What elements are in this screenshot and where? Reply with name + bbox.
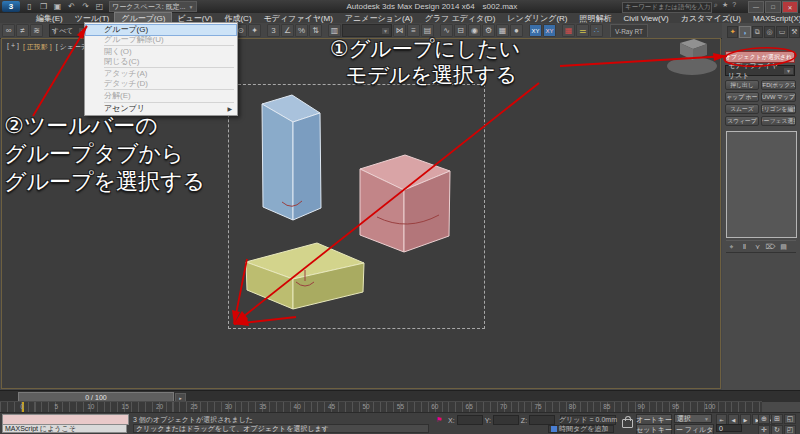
pan-icon[interactable]: ✛: [758, 425, 770, 434]
max-logo-icon[interactable]: 3: [2, 1, 20, 12]
state-sets-yellow-icon[interactable]: ⚌: [576, 24, 589, 37]
zoom-extents-icon[interactable]: ◱: [784, 414, 796, 424]
search-box[interactable]: キーワードまたは語句を入力: [622, 2, 712, 13]
menubar-item-0[interactable]: 編集(E): [30, 13, 69, 23]
isolate-selection-icon[interactable]: ⚑: [436, 416, 444, 424]
save-file-icon[interactable]: ▣: [52, 2, 63, 12]
menubar-item-5[interactable]: モディファイヤ(M): [258, 13, 339, 23]
modifier-button-5[interactable]: ポリゴンを編集: [761, 104, 796, 114]
command-panel: ✦◗⧉◎▭⚒ 3個のオブジェクトが選択されました モディファイヤ リスト ▼ 押…: [722, 23, 800, 412]
tab-display[interactable]: ▭: [776, 26, 787, 38]
modifier-button-6[interactable]: スウィープ: [725, 116, 759, 126]
modifier-list-label: モディファイヤ リスト: [728, 61, 784, 81]
percent-snap-icon[interactable]: %: [295, 24, 308, 37]
spinner-snap-icon[interactable]: ⇅: [309, 24, 322, 37]
tab-motion[interactable]: ◎: [764, 26, 775, 38]
key-selection-set-dropdown[interactable]: 選択 ▼: [674, 414, 712, 423]
group-menu-item-9: 分解(E): [86, 91, 236, 101]
unlink-icon[interactable]: ≠: [16, 24, 29, 37]
undo-icon[interactable]: ↶: [66, 2, 77, 12]
angle-snap-icon[interactable]: ∠: [281, 24, 294, 37]
menubar-item-7[interactable]: グラフ エディタ(D): [419, 13, 502, 23]
minimize-button[interactable]: ―: [748, 1, 764, 13]
modifier-button-1[interactable]: FFD(ボックス): [761, 80, 796, 90]
isolate-blue-icon[interactable]: ∴: [590, 24, 603, 37]
coord-x-label: X:: [448, 417, 455, 424]
key-selection-set-value: 選択: [677, 414, 691, 424]
ruler-tick-label: 5: [55, 403, 59, 410]
ruler-tick-label: 50: [362, 403, 369, 410]
key-filters-button[interactable]: キー フィルタ...: [674, 424, 714, 434]
coord-z-field[interactable]: [529, 415, 555, 425]
maximize-button[interactable]: □: [765, 1, 781, 13]
menubar-item-6[interactable]: アニメーション(A): [339, 13, 419, 23]
tab-utilities[interactable]: ⚒: [789, 26, 800, 38]
axis-constraint-x-icon[interactable]: XY: [529, 24, 542, 37]
coord-z-label: Z:: [521, 417, 527, 424]
search-input[interactable]: キーワードまたは語句を入力: [623, 3, 711, 12]
workspace-dropdown[interactable]: ワークスペース: 既定... ▼: [109, 1, 197, 12]
tab-create[interactable]: ✦: [727, 26, 738, 38]
zoom-all-icon[interactable]: ⊞: [771, 414, 783, 424]
select-manipulate-icon[interactable]: ✦: [248, 24, 261, 37]
show-end-result-icon[interactable]: Ⅱ: [739, 242, 750, 251]
open-file-icon[interactable]: ❒: [38, 2, 49, 12]
current-frame-field[interactable]: 0: [716, 424, 742, 432]
snap-3d-icon[interactable]: 3: [267, 24, 280, 37]
new-file-icon[interactable]: ▯: [24, 2, 35, 12]
selection-filter-dropdown[interactable]: すべて▼: [49, 24, 89, 37]
modifier-button-0[interactable]: 押し出し: [725, 80, 759, 90]
modifier-list-dropdown[interactable]: モディファイヤ リスト ▼: [725, 65, 795, 76]
chevron-down-icon: ▼: [704, 416, 709, 422]
menubar-item-10[interactable]: Civil View(V): [618, 13, 675, 23]
pin-stack-icon[interactable]: ⌖: [726, 242, 737, 251]
modifier-stack-list[interactable]: [726, 131, 797, 238]
tab-hierarchy[interactable]: ⧉: [752, 26, 763, 38]
tab-modify[interactable]: ◗: [739, 26, 750, 38]
viewport-menu-plus[interactable]: [ + ]: [7, 42, 19, 52]
coord-y-field[interactable]: [493, 415, 519, 425]
group-menu-item-1: グループ解除(U): [86, 35, 236, 45]
close-button[interactable]: ✕: [782, 1, 798, 13]
selection-lock-icon[interactable]: [622, 419, 633, 428]
help-icon[interactable]: ?: [732, 1, 736, 9]
transform-type-in: X: Y: Z:: [448, 415, 555, 425]
menubar-item-11[interactable]: カスタマイズ(U): [675, 13, 747, 23]
zoom-icon[interactable]: ⊕: [758, 414, 770, 424]
ruler-tick-label: 70: [500, 403, 507, 410]
orbit-icon[interactable]: ↻: [771, 425, 783, 434]
modifier-button-4[interactable]: スムーズ: [725, 104, 759, 114]
menubar-item-12[interactable]: MAXScript(X): [747, 13, 800, 23]
modifier-button-3[interactable]: UVW マップ: [761, 92, 796, 102]
configure-modifier-sets-icon[interactable]: ▤: [778, 242, 789, 251]
coord-x-field[interactable]: [457, 415, 483, 425]
toolbar-separator: [44, 24, 48, 37]
modifier-button-7[interactable]: サーフェス選択: [761, 116, 796, 126]
render-elements-red-icon[interactable]: ▦: [562, 24, 575, 37]
set-key-button[interactable]: セットキー: [636, 424, 672, 434]
remove-modifier-icon[interactable]: ⌦: [765, 242, 776, 251]
project-folder-icon[interactable]: ◰: [94, 2, 105, 12]
time-tag-icon: [551, 426, 557, 432]
ruler-tick-label: 20: [156, 403, 163, 410]
annotation-step1: ①グループにしたい モデルを選択する: [330, 36, 520, 88]
vray-rt-tab[interactable]: V-Ray RT: [610, 24, 648, 37]
bind-spacewarp-icon[interactable]: ≋: [30, 24, 43, 37]
menubar-item-8[interactable]: レンダリング(R): [501, 13, 573, 23]
make-unique-icon[interactable]: ⋎: [752, 242, 763, 251]
viewport-pov-label[interactable]: [ 正投影 ]: [23, 42, 52, 52]
modifier-button-2[interactable]: キャップ ホール: [725, 92, 759, 102]
axis-constraint-xy-icon[interactable]: XY: [543, 24, 556, 37]
redo-icon[interactable]: ↷: [80, 2, 91, 12]
time-tag-label: 時間タグを追加: [559, 424, 609, 434]
favorites-star-icon[interactable]: ★: [722, 1, 728, 9]
time-tag-button[interactable]: 時間タグを追加: [548, 425, 614, 433]
select-link-icon[interactable]: ∞: [2, 24, 15, 37]
ruler-tick-label: 35: [259, 403, 266, 410]
file-name: s002.max: [483, 2, 518, 11]
ruler-tick-label: 90: [638, 403, 645, 410]
search-icon[interactable]: ⌕: [714, 1, 718, 9]
maximize-viewport-icon[interactable]: ◰: [784, 425, 796, 434]
maxscript-listener-field[interactable]: MAXScript にようこそ: [2, 424, 127, 433]
menubar-item-9[interactable]: 照明解析: [574, 13, 618, 23]
